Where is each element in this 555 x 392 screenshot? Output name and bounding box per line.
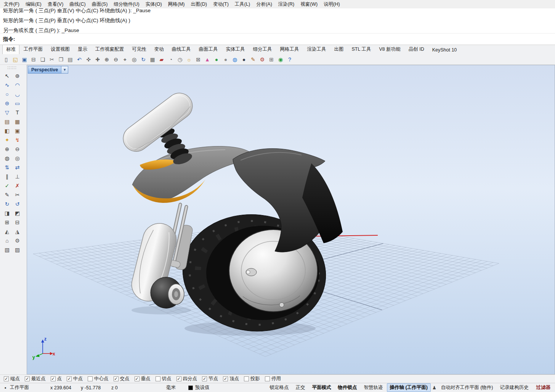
shade-icon[interactable]: ▨: [13, 245, 22, 254]
polygon-icon[interactable]: ▽: [2, 108, 12, 117]
filter-button[interactable]: 过滤器: [534, 384, 553, 392]
osnap-endpoint-toggle[interactable]: 端点: [4, 376, 20, 382]
menu-view[interactable]: 查看(V): [45, 0, 67, 8]
magic-tool-icon[interactable]: ✦: [2, 135, 12, 144]
tab-viewport-layout[interactable]: 工作视窗配置: [91, 45, 128, 54]
split-icon[interactable]: ◨: [2, 209, 12, 217]
text-icon[interactable]: T: [13, 108, 22, 117]
units-selector[interactable]: 毫米: [166, 384, 188, 391]
menu-solid[interactable]: 实体(O): [143, 0, 165, 8]
shaded-view-icon[interactable]: ◔: [166, 55, 175, 64]
options-icon[interactable]: ⚙: [13, 236, 22, 245]
layer-selector[interactable]: 预设值: [195, 384, 223, 391]
color-wheel-icon[interactable]: ●: [212, 55, 221, 64]
osnap-perpendicular-toggle[interactable]: 垂点: [135, 376, 151, 382]
parallel-icon[interactable]: ∥: [2, 172, 12, 181]
cplane-selector[interactable]: 工作平面: [8, 384, 50, 391]
sweep-icon[interactable]: ◮: [13, 227, 22, 236]
save-icon[interactable]: ▣: [20, 55, 29, 64]
checkbox[interactable]: [244, 376, 249, 381]
surface-icon[interactable]: ▤: [2, 117, 12, 126]
move-horizontal-icon[interactable]: ⇄: [13, 163, 22, 172]
checkbox[interactable]: [202, 376, 207, 381]
tab-v8-new[interactable]: V8 新功能: [375, 45, 404, 54]
osnap-intersection-toggle[interactable]: 交点: [114, 376, 130, 382]
ellipse-icon[interactable]: ⊜: [2, 99, 12, 108]
viewport-canvas[interactable]: z x y: [27, 65, 555, 374]
tab-pinchuang-id[interactable]: 品创 ID: [405, 45, 428, 54]
mirror-icon[interactable]: ◩: [13, 209, 22, 217]
tab-surface-tools[interactable]: 曲面工具: [195, 45, 222, 54]
move-vertical-icon[interactable]: ⇅: [2, 163, 12, 172]
trim-icon[interactable]: ✂: [13, 190, 22, 199]
cut-icon[interactable]: ✂: [47, 55, 56, 64]
gumball-icon[interactable]: ⊞: [267, 55, 276, 64]
light-icon[interactable]: ☼: [184, 55, 194, 64]
tab-display[interactable]: 显示: [74, 45, 91, 54]
curve-icon[interactable]: ∿: [2, 80, 12, 89]
toolbar-grip[interactable]: ••••••••••••: [0, 66, 24, 70]
osnap-project-toggle[interactable]: 投影: [244, 376, 260, 382]
menu-render[interactable]: 渲染(R): [275, 0, 297, 8]
zoom-extents-icon[interactable]: ◎: [130, 55, 139, 64]
menu-tools[interactable]: 工具(L): [232, 0, 253, 8]
gear-icon[interactable]: ⚙: [258, 55, 267, 64]
menu-curve[interactable]: 曲线(C): [66, 0, 88, 8]
menu-file[interactable]: 文件(F): [1, 0, 22, 8]
gray-sphere-icon[interactable]: ●: [221, 55, 230, 64]
viewport-title[interactable]: Perspective: [28, 66, 61, 73]
plane-icon[interactable]: ◧: [2, 126, 12, 135]
menu-surface[interactable]: 曲面(S): [89, 0, 111, 8]
osnap-point-toggle[interactable]: 点: [51, 376, 62, 382]
copy-view-icon[interactable]: ❏: [38, 55, 47, 64]
loft-icon[interactable]: ◭: [2, 227, 12, 236]
checkbox[interactable]: [223, 376, 228, 381]
menu-edit[interactable]: 编辑(E): [22, 0, 45, 8]
edit-icon[interactable]: ✎: [2, 190, 12, 199]
undo-icon[interactable]: ↶: [75, 55, 84, 64]
pan-icon[interactable]: ✜: [84, 55, 93, 64]
history-icon[interactable]: ◷: [175, 55, 184, 64]
analysis-cone-icon[interactable]: ▲: [203, 55, 212, 64]
checkbox[interactable]: [265, 376, 270, 381]
osnap-midpoint-toggle[interactable]: 中点: [67, 376, 83, 382]
array-icon[interactable]: ⊞: [2, 218, 12, 227]
rotate-icon[interactable]: ↻: [2, 199, 12, 208]
viewport-tab-perspective[interactable]: Perspective ▼: [28, 66, 68, 74]
checkbox[interactable]: [67, 376, 72, 381]
tab-curve-tools[interactable]: 曲线工具: [168, 45, 195, 54]
check-icon[interactable]: ✓: [2, 181, 12, 190]
blend-icon[interactable]: ◍: [2, 154, 12, 162]
rotate-view-icon[interactable]: ↻: [139, 55, 148, 64]
pen-icon[interactable]: ✎: [249, 55, 258, 64]
osnap-center-toggle[interactable]: 中心点: [88, 376, 109, 382]
checkbox[interactable]: [135, 376, 140, 381]
boolean-union-icon[interactable]: ⊕: [2, 145, 12, 153]
zoom-in-icon[interactable]: ⊕: [102, 55, 111, 64]
arc-icon[interactable]: ◠: [13, 80, 22, 89]
copy-icon[interactable]: ❐: [56, 55, 66, 64]
grid-settings-icon[interactable]: ▦: [148, 55, 157, 64]
command-input[interactable]: [15, 34, 555, 45]
checkbox[interactable]: [51, 376, 56, 381]
select-arrow-icon[interactable]: ↖: [2, 71, 12, 80]
tab-render-tools[interactable]: 渲染工具: [303, 45, 330, 54]
point-icon[interactable]: ⊚: [13, 71, 22, 80]
checkbox[interactable]: [156, 376, 160, 381]
globe-icon[interactable]: ◍: [230, 55, 239, 64]
rotate-ccw-icon[interactable]: ↺: [13, 199, 22, 208]
osnap-knot-toggle[interactable]: 节点: [202, 376, 218, 382]
osnap-master-toggle[interactable]: 物件锁点: [335, 383, 360, 392]
tab-stl-tools[interactable]: STL 工具: [348, 45, 375, 54]
rectangle-icon[interactable]: ▭: [13, 99, 22, 108]
osnap-disable-toggle[interactable]: 停用: [265, 376, 281, 382]
lock-icon[interactable]: ⊠: [194, 55, 203, 64]
tab-drafting[interactable]: 出图: [330, 45, 348, 54]
gumball-toggle[interactable]: 操作轴 (工作平面): [387, 383, 431, 392]
smarttrack-toggle[interactable]: 智慧轨迹: [361, 383, 386, 392]
ortho-toggle[interactable]: 正交: [293, 383, 308, 392]
tab-subd-tools[interactable]: 细分工具: [249, 45, 276, 54]
patch-icon[interactable]: ▣: [13, 126, 22, 135]
zoom-window-icon[interactable]: ⌖: [120, 55, 130, 64]
cplane-icon[interactable]: ⌂: [2, 236, 12, 245]
